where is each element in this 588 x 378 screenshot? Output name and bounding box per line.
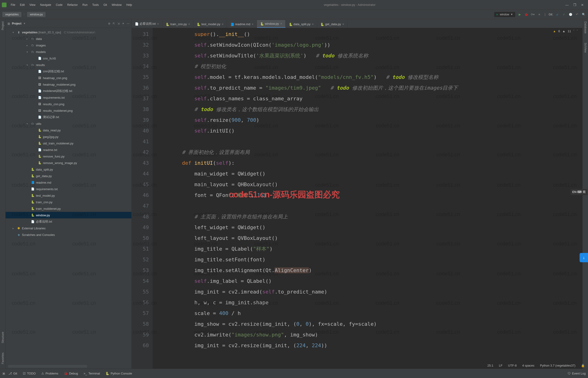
close-tab-icon[interactable]: × (188, 22, 190, 26)
tree-item-cnn训练过程.txt[interactable]: 📄cnn训练过程.txt (6, 68, 131, 75)
tree-item-remove_wrong_image.py[interactable]: 🐍remove_wrong_image.py (6, 160, 131, 166)
tree-horizontal-scrollbar[interactable] (8, 365, 87, 368)
minimize-icon[interactable]: — (565, 3, 569, 7)
bottom-tool-terminal[interactable]: >_Terminal (83, 372, 100, 375)
tree-item-readme.txt[interactable]: 📄readme.txt (6, 147, 131, 153)
expand-icon[interactable]: ⇱ (113, 22, 115, 25)
inspection-widget[interactable]: ▲ 6 ▲ 11 ˆ ˇ (553, 29, 578, 33)
close-tab-icon[interactable]: × (222, 22, 224, 26)
git-revert-icon[interactable]: ↶ (575, 12, 579, 16)
breadcrumb-file[interactable]: window.py (27, 12, 45, 17)
ime-indicator[interactable]: EN ⌨ 简 (571, 189, 588, 195)
project-view-icon[interactable]: ▦ (7, 22, 10, 25)
editor-tab-data_split.py[interactable]: 🐍data_split.py× (286, 21, 317, 28)
close-tab-icon[interactable]: × (280, 22, 282, 26)
stop-button[interactable]: ■ (537, 12, 541, 16)
event-log-button[interactable]: 🗨 Event Log (567, 372, 586, 375)
close-tab-icon[interactable]: × (342, 22, 344, 26)
bottom-tool-problems[interactable]: ⚠Problems (41, 372, 58, 375)
tree-item-readme.md[interactable]: 📘readme.md (6, 179, 131, 186)
tree-item-window.py[interactable]: 🐍window.py (6, 212, 131, 218)
run-button[interactable]: ▶ (518, 12, 522, 16)
rail-sciview[interactable]: SciView (584, 43, 587, 53)
expand-icon[interactable]: ▸ (27, 44, 29, 47)
rail-structure[interactable]: Structure (1, 332, 4, 343)
tree-item-cnn_fv.h5[interactable]: 📄cnn_fv.h5 (6, 55, 131, 62)
tree-item-jpeg2jpg.py[interactable]: 🐍jpeg2jpg.py (6, 134, 131, 140)
close-tab-icon[interactable]: × (252, 22, 254, 26)
tree-item-utils[interactable]: ▾🗀utils (6, 121, 131, 127)
more-run-icon[interactable]: ⟳▾ (531, 12, 535, 16)
menu-file[interactable]: File (9, 2, 17, 7)
code-editor[interactable]: super().__init__() self.setWindowIcon(QI… (153, 28, 582, 369)
rail-favorites[interactable]: Favorites (1, 352, 4, 364)
tree-root[interactable]: ▾ ▮ vegetables [trash_tf2.3_cpu] C:\User… (6, 29, 131, 35)
tree-item-测试记录.txt[interactable]: 📄测试记录.txt (6, 114, 131, 121)
expand-icon[interactable]: ▸ (27, 38, 29, 40)
tree-item-results_mobilenet.png[interactable]: 🖼results_mobilenet.png (6, 107, 131, 114)
git-update-icon[interactable]: ↙ (555, 12, 560, 16)
indent-settings[interactable]: 4 spaces (522, 364, 534, 367)
line-ending[interactable]: LF (499, 364, 502, 367)
maximize-icon[interactable]: ❐ (573, 3, 576, 7)
close-icon[interactable]: ✕ (581, 3, 584, 7)
tree-item-mobilenet训练过程.txt[interactable]: 📄mobilenet训练过程.txt (6, 88, 131, 94)
menu-edit[interactable]: Edit (18, 2, 27, 7)
prev-highlight-icon[interactable]: ˆ (573, 29, 574, 33)
hide-icon[interactable]: — (127, 22, 130, 25)
editor-tab-train_cnn.py[interactable]: 🐍train_cnn.py× (162, 21, 193, 28)
close-tab-icon[interactable]: × (157, 22, 159, 26)
menu-refactor[interactable]: Refactor (65, 2, 80, 7)
menu-git[interactable]: Git (102, 2, 109, 7)
rail-database[interactable]: Database (584, 21, 587, 33)
bottom-tool-python-console[interactable]: 🐍Python Console (106, 372, 132, 375)
bottom-tool-debug[interactable]: 🐞Debug (64, 372, 78, 375)
git-history-icon[interactable]: 🕐 (568, 12, 573, 16)
collapse-icon[interactable]: ⇲ (117, 22, 120, 25)
tree-item-train_mobilenet.py[interactable]: 🐍train_mobilenet.py (6, 205, 131, 212)
locate-icon[interactable]: ⊕ (108, 22, 110, 25)
close-tab-icon[interactable]: × (312, 22, 314, 26)
python-interpreter[interactable]: Python 3.7 (vegetables37) (540, 364, 575, 367)
lock-icon[interactable]: 🔒 (581, 364, 585, 367)
tree-item-data[interactable]: ▸🗀data (6, 35, 131, 42)
file-encoding[interactable]: UTF-8 (508, 364, 517, 367)
expand-icon[interactable]: ▾ (27, 122, 29, 125)
tree-item-External Libraries[interactable]: ▸⬢External Libraries (6, 225, 131, 231)
expand-icon[interactable]: ▾ (27, 51, 29, 53)
tree-item-images[interactable]: ▸🗀images (6, 42, 131, 49)
bottom-tool-git[interactable]: ⎇Git (8, 372, 17, 375)
collapse-icon[interactable]: ▾ (13, 31, 15, 34)
tool-window-quick-icon[interactable]: ▣ (2, 372, 5, 375)
tree-item-results[interactable]: ▾🗀results (6, 62, 131, 68)
search-icon[interactable]: 🔍 (581, 12, 586, 16)
menu-code[interactable]: Code (54, 2, 64, 7)
tree-item-requirements.txt[interactable]: 📄requirements.txt (6, 94, 131, 101)
tree-item-old_train_mobilenet.py[interactable]: 🐍old_train_mobilenet.py (6, 140, 131, 147)
menu-navigate[interactable]: Navigate (38, 2, 53, 7)
tree-item-heatmap_mobilenet.png[interactable]: 🖼heatmap_mobilenet.png (6, 81, 131, 88)
tree-item-models[interactable]: ▾🗀models (6, 49, 131, 55)
tree-item-get_data.py[interactable]: 🐍get_data.py (6, 173, 131, 179)
caret-position[interactable]: 25:1 (487, 364, 493, 367)
menu-help[interactable]: Help (124, 2, 134, 7)
tree-item-Scratches and Consoles[interactable]: ◈Scratches and Consoles (6, 231, 131, 238)
tree-item-必看说明.txt[interactable]: 📄必看说明.txt (6, 218, 131, 225)
debug-button[interactable]: 🐞 (524, 12, 528, 16)
tree-item-requirements.txt[interactable]: 📄requirements.txt (6, 186, 131, 192)
breadcrumb-project[interactable]: vegetables (2, 12, 21, 17)
bottom-tool-todo[interactable]: ☑TODO (23, 372, 36, 375)
menu-run[interactable]: Run (80, 2, 89, 7)
tree-item-test_model.py[interactable]: 🐍test_model.py (6, 192, 131, 199)
tree-item-remove_func.py[interactable]: 🐍remove_func.py (6, 153, 131, 160)
floating-download-button[interactable] (580, 253, 588, 262)
tree-item-results_cnn.png[interactable]: 🖼results_cnn.png (6, 101, 131, 107)
expand-icon[interactable]: ▸ (13, 227, 15, 230)
next-highlight-icon[interactable]: ˇ (577, 29, 578, 33)
settings-icon[interactable]: ✶ (122, 22, 124, 25)
expand-icon[interactable]: ▾ (27, 64, 29, 66)
menu-window[interactable]: Window (110, 2, 124, 7)
chevron-down-icon[interactable]: ▼ (23, 22, 26, 25)
editor-tab-必看说明.txt[interactable]: 📄必看说明.txt× (132, 20, 162, 28)
editor-tab-get_data.py[interactable]: 🐍get_data.py× (317, 21, 348, 28)
